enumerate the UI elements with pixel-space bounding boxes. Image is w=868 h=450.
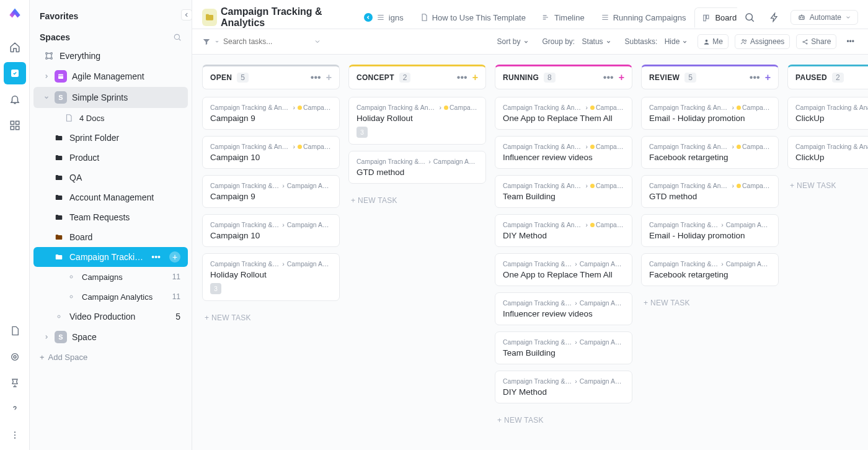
- search-input[interactable]: [223, 37, 310, 46]
- board[interactable]: OPEN5•••+Campaign Tracking & Analyti...›…: [192, 55, 868, 450]
- task-card[interactable]: Campaign Tracking & An...›Campaign Anal.…: [202, 214, 340, 247]
- card-title: DIY Method: [503, 387, 624, 397]
- more-icon[interactable]: •••: [151, 252, 161, 262]
- list-item[interactable]: Campaigns11: [33, 267, 188, 287]
- task-card[interactable]: Campaign Tracking & An...›Campaign Anal.…: [495, 371, 632, 403]
- column-menu-icon[interactable]: •••: [457, 73, 467, 83]
- new-task-button[interactable]: + NEW TASK: [348, 190, 486, 211]
- column-header[interactable]: RUNNING8•••+: [495, 65, 632, 89]
- view-tab[interactable]: How to Use This Template: [412, 8, 533, 27]
- automate-button[interactable]: Automate: [790, 10, 858, 25]
- share-button[interactable]: Share: [796, 34, 836, 49]
- everything-item[interactable]: Everything: [33, 46, 188, 66]
- assignees-button[interactable]: Assignees: [735, 34, 790, 49]
- docs-nav-icon[interactable]: [4, 320, 26, 342]
- more-options-icon[interactable]: •••: [843, 35, 858, 48]
- add-card-icon[interactable]: +: [472, 73, 478, 83]
- view-tab[interactable]: Running Campaigns: [593, 8, 694, 27]
- folder-item[interactable]: Video Production5: [33, 307, 188, 326]
- status-dot-icon: [298, 106, 302, 110]
- pulse-nav-icon[interactable]: [4, 346, 26, 368]
- add-card-icon[interactable]: +: [619, 73, 624, 83]
- space-item[interactable]: Agile Management: [33, 66, 188, 87]
- task-card[interactable]: Campaign Tracking & An...›Campaign Anal.…: [202, 175, 340, 208]
- collapse-sidebar-button[interactable]: [181, 9, 192, 20]
- task-card[interactable]: Campaign Tracking & Analyti...›Campaig..…: [641, 136, 779, 169]
- me-filter-button[interactable]: Me: [698, 34, 728, 49]
- task-card[interactable]: Campaign Tracking & Ana...ClickUp: [787, 97, 868, 130]
- add-icon[interactable]: +: [169, 251, 180, 263]
- task-card[interactable]: Campaign Tracking & Ana...ClickUp: [787, 136, 868, 169]
- status-dot-icon: [590, 184, 595, 188]
- folder-item[interactable]: QA: [33, 168, 188, 187]
- help-nav-icon[interactable]: [4, 398, 26, 420]
- task-card[interactable]: Campaign Tracking & An...›Campaign Anal.…: [495, 253, 632, 286]
- column-header[interactable]: CONCEPT2•••+: [348, 65, 486, 89]
- task-card[interactable]: Campaign Tracking & An...›Campaign Anal.…: [495, 331, 632, 364]
- chevron-down-icon[interactable]: [314, 38, 321, 45]
- task-card[interactable]: Campaign Tracking & Analyti...›Campaig..…: [641, 175, 779, 208]
- tasks-nav-icon[interactable]: [4, 62, 26, 84]
- task-card[interactable]: Campaign Tracking & Analyti...›Campaig..…: [495, 175, 632, 208]
- page-title[interactable]: Campaign Tracking & Analytics: [221, 6, 353, 29]
- task-card[interactable]: Campaign Tracking & Analyti...›Campaig..…: [202, 136, 340, 169]
- add-card-icon[interactable]: +: [765, 73, 771, 83]
- column-menu-icon[interactable]: •••: [603, 73, 614, 83]
- search-spaces-icon[interactable]: [173, 33, 182, 42]
- task-card[interactable]: Campaign Tracking & An...›Campaign Anal.…: [641, 253, 779, 286]
- task-card[interactable]: Campaign Tracking & An...›Campaign Anal.…: [641, 214, 779, 247]
- apps-nav-icon[interactable]: [4, 114, 26, 137]
- task-search[interactable]: [202, 37, 326, 46]
- task-card[interactable]: Campaign Tracking & An...›Campaign Anal.…: [495, 292, 632, 325]
- list-item[interactable]: Campaign Analytics11: [33, 287, 188, 307]
- more-nav-icon[interactable]: [4, 424, 26, 446]
- column-header[interactable]: OPEN5•••+: [202, 65, 340, 89]
- view-tab[interactable]: igns: [356, 8, 411, 27]
- sort-button[interactable]: Sort by: [493, 35, 532, 48]
- add-card-icon[interactable]: +: [326, 73, 332, 83]
- new-task-button[interactable]: + NEW TASK: [202, 307, 340, 328]
- new-task-button[interactable]: + NEW TASK: [495, 410, 632, 431]
- home-nav-icon[interactable]: [4, 36, 26, 58]
- notifications-nav-icon[interactable]: [4, 88, 26, 110]
- add-space-button[interactable]: + Add Space: [30, 348, 192, 367]
- task-card[interactable]: Campaign Tracking & An...›Campaign Anal.…: [202, 253, 340, 301]
- view-tab[interactable]: Timeline: [534, 8, 592, 27]
- task-card[interactable]: Campaign Tracking & Analyti...›Campaig..…: [641, 97, 779, 130]
- column-header[interactable]: REVIEW5•••+: [641, 65, 779, 89]
- subtask-count-badge: 3: [210, 283, 221, 294]
- search-icon[interactable]: [741, 9, 758, 26]
- bolt-icon[interactable]: [766, 9, 783, 26]
- task-card[interactable]: Campaign Tracking & Analyti...›Campaig..…: [495, 214, 632, 247]
- filter-icon[interactable]: [202, 37, 211, 46]
- folder-item[interactable]: Team Requests: [33, 207, 188, 227]
- task-card[interactable]: Campaign Tracking & An...›Campaign Anal.…: [348, 151, 486, 184]
- task-card[interactable]: Campaign Tracking & Analyti...›Campaig..…: [202, 97, 340, 130]
- folder-icon: [202, 9, 217, 26]
- subtasks-button[interactable]: Subtasks: Hide: [621, 35, 692, 48]
- folder-item[interactable]: Account Management: [33, 187, 188, 207]
- task-card[interactable]: Campaign Tracking & Analyti...›Campaig..…: [495, 97, 632, 130]
- spaces-header[interactable]: Spaces: [30, 25, 192, 46]
- folder-item[interactable]: Board: [33, 227, 188, 247]
- group-button[interactable]: Group by: Status: [539, 35, 615, 48]
- view-tab[interactable]: Board: [694, 7, 737, 28]
- favorites-header[interactable]: Favorites: [30, 2, 192, 25]
- task-card[interactable]: Campaign Tracking & Analyti...›Campaig..…: [348, 97, 486, 145]
- column-menu-icon[interactable]: •••: [311, 73, 321, 83]
- column-menu-icon[interactable]: •••: [750, 73, 760, 83]
- card-breadcrumb: Campaign Tracking & An...›Campaign Anal.…: [210, 260, 332, 268]
- space-item[interactable]: SSimple Sprints: [33, 87, 188, 108]
- space-item[interactable]: SSpace: [33, 326, 188, 348]
- goals-nav-icon[interactable]: [4, 372, 26, 394]
- column-header[interactable]: PAUSED2•••+: [787, 65, 868, 89]
- new-task-button[interactable]: + NEW TASK: [787, 175, 868, 196]
- task-card[interactable]: Campaign Tracking & Analyti...›Campaig..…: [495, 136, 632, 169]
- folder-item[interactable]: Product: [33, 148, 188, 168]
- view-icon: [702, 14, 711, 22]
- status-dot-icon: [737, 145, 741, 149]
- docs-link[interactable]: 4 Docs: [33, 108, 188, 128]
- folder-item[interactable]: Campaign Tracking & Analy...•••+: [33, 247, 188, 267]
- new-task-button[interactable]: + NEW TASK: [641, 292, 779, 313]
- folder-item[interactable]: Sprint Folder: [33, 128, 188, 148]
